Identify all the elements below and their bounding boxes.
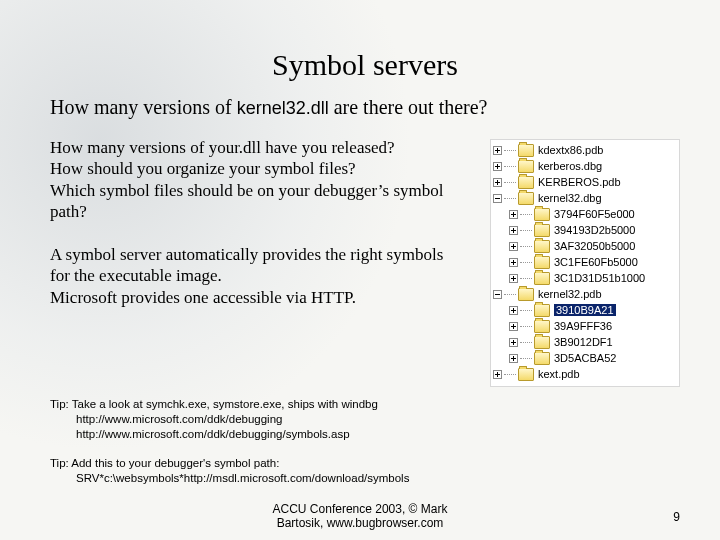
folder-icon (518, 160, 534, 173)
folder-icon (518, 176, 534, 189)
expand-icon[interactable] (509, 354, 518, 363)
tree-node[interactable]: kernel32.dbg (493, 190, 677, 206)
tree-connector (504, 374, 516, 375)
paragraph-1: How many versions of your.dll have you r… (50, 137, 466, 222)
tree-label[interactable]: KERBEROS.pdb (538, 176, 621, 188)
expand-icon[interactable] (509, 242, 518, 251)
folder-icon (518, 368, 534, 381)
slide-footer: ACCU Conference 2003, © Mark Bartosik, w… (0, 502, 720, 530)
tree-node[interactable]: 3AF32050b5000 (493, 238, 677, 254)
footer-line2: Bartosik, www.bugbrowser.com (0, 516, 720, 530)
expand-icon[interactable] (509, 338, 518, 347)
tree-node[interactable]: 394193D2b5000 (493, 222, 677, 238)
folder-icon (534, 336, 550, 349)
tree-label[interactable]: kernel32.dbg (538, 192, 602, 204)
tree-node[interactable]: kernel32.pdb (493, 286, 677, 302)
folder-icon (534, 272, 550, 285)
folder-icon (518, 144, 534, 157)
tree-node[interactable]: KERBEROS.pdb (493, 174, 677, 190)
tree-label[interactable]: kernel32.pdb (538, 288, 602, 300)
expand-icon[interactable] (509, 322, 518, 331)
tree-node[interactable]: 3D5ACBA52 (493, 350, 677, 366)
expand-icon[interactable] (509, 274, 518, 283)
folder-icon (534, 352, 550, 365)
tip-2: Tip: Add this to your debugger's symbol … (50, 456, 680, 486)
tip2-line2: SRV*c:\websymbols*http://msdl.microsoft.… (50, 471, 680, 486)
tree-connector (520, 246, 532, 247)
tree-connector (504, 294, 516, 295)
tip1-line3: http://www.microsoft.com/ddk/debugging/s… (50, 427, 680, 442)
tree-node[interactable]: kdextx86.pdb (493, 142, 677, 158)
tree-connector (520, 358, 532, 359)
tree-connector (520, 214, 532, 215)
tip-1: Tip: Take a look at symchk.exe, symstore… (50, 397, 680, 442)
tree-label[interactable]: 3D5ACBA52 (554, 352, 616, 364)
folder-icon (534, 256, 550, 269)
tree-label[interactable]: 3C1D31D51b1000 (554, 272, 645, 284)
tree-label[interactable]: kerberos.dbg (538, 160, 602, 172)
content-columns: How many versions of your.dll have you r… (50, 137, 680, 387)
tree-node[interactable]: 3B9012DF1 (493, 334, 677, 350)
tip1-lead: Tip: Take a look at symchk.exe, symstore… (50, 398, 378, 410)
collapse-icon[interactable] (493, 194, 502, 203)
tree-label[interactable]: kdextx86.pdb (538, 144, 603, 156)
tip1-line2: http://www.microsoft.com/ddk/debugging (50, 412, 680, 427)
tree-connector (520, 230, 532, 231)
tip2-lead: Tip: Add this to your debugger's symbol … (50, 457, 279, 469)
tree-node[interactable]: 39A9FFF36 (493, 318, 677, 334)
tree-connector (504, 182, 516, 183)
tree-node[interactable]: 3794F60F5e000 (493, 206, 677, 222)
folder-icon (534, 304, 550, 317)
subtitle-mono: kernel32.dll (237, 98, 329, 118)
expand-icon[interactable] (509, 258, 518, 267)
subtitle-after: are there out there? (329, 96, 488, 118)
expand-icon[interactable] (509, 226, 518, 235)
tree-label[interactable]: kext.pdb (538, 368, 580, 380)
tree-label[interactable]: 394193D2b5000 (554, 224, 635, 236)
expand-icon[interactable] (509, 306, 518, 315)
expand-icon[interactable] (493, 370, 502, 379)
tree-connector (520, 342, 532, 343)
expand-icon[interactable] (509, 210, 518, 219)
tree-connector (520, 262, 532, 263)
folder-icon (518, 288, 534, 301)
tree-connector (504, 150, 516, 151)
tree-connector (520, 278, 532, 279)
expand-icon[interactable] (493, 146, 502, 155)
file-tree[interactable]: kdextx86.pdbkerberos.dbgKERBEROS.pdbkern… (490, 139, 680, 387)
paragraph-2: A symbol server automatically provides t… (50, 244, 466, 308)
tree-connector (520, 326, 532, 327)
folder-icon (518, 192, 534, 205)
tree-node[interactable]: 3C1FE60Fb5000 (493, 254, 677, 270)
page-number: 9 (673, 510, 680, 524)
expand-icon[interactable] (493, 162, 502, 171)
folder-icon (534, 320, 550, 333)
tree-node[interactable]: 3C1D31D51b1000 (493, 270, 677, 286)
slide-subtitle: How many versions of kernel32.dll are th… (50, 96, 680, 119)
folder-icon (534, 240, 550, 253)
subtitle-before: How many versions of (50, 96, 237, 118)
folder-icon (534, 224, 550, 237)
tips-block: Tip: Take a look at symchk.exe, symstore… (50, 397, 680, 486)
tree-label[interactable]: 3C1FE60Fb5000 (554, 256, 638, 268)
tree-label[interactable]: 3794F60F5e000 (554, 208, 635, 220)
tree-connector (520, 310, 532, 311)
tree-connector (504, 166, 516, 167)
tree-label[interactable]: 3AF32050b5000 (554, 240, 635, 252)
tree-connector (504, 198, 516, 199)
tree-label[interactable]: 3B9012DF1 (554, 336, 613, 348)
slide-title: Symbol servers (50, 48, 680, 82)
tree-label[interactable]: 39A9FFF36 (554, 320, 612, 332)
tree-node[interactable]: kext.pdb (493, 366, 677, 382)
expand-icon[interactable] (493, 178, 502, 187)
tree-node[interactable]: kerberos.dbg (493, 158, 677, 174)
tree-node[interactable]: 3910B9A21 (493, 302, 677, 318)
footer-line1: ACCU Conference 2003, © Mark (0, 502, 720, 516)
folder-icon (534, 208, 550, 221)
tree-label[interactable]: 3910B9A21 (554, 304, 616, 316)
slide: Symbol servers How many versions of kern… (0, 0, 720, 540)
body-text: How many versions of your.dll have you r… (50, 137, 466, 330)
collapse-icon[interactable] (493, 290, 502, 299)
